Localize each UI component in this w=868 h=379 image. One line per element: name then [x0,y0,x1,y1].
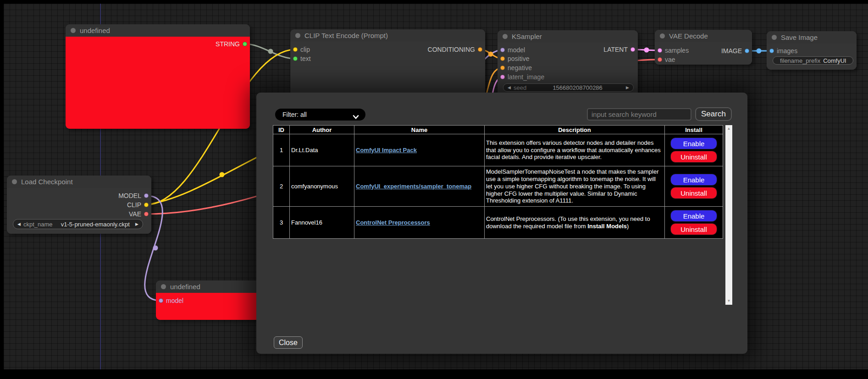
node-collapse-dot-icon[interactable] [660,33,665,38]
LATENT-output-port[interactable] [630,47,635,52]
STRING-output-label: STRING [216,40,240,48]
CLIP-output-port[interactable] [144,203,149,207]
samples-input-port[interactable] [658,48,662,53]
cell-id: 2 [273,166,290,207]
CONDITIONING-output-port[interactable] [478,47,482,52]
node-body: samplesvaeIMAGE [655,42,752,65]
column-header-install: Install [665,126,723,134]
cell-description: ModelSamplerTonemapNoiseTest a node that… [485,166,665,207]
search-button[interactable]: Search [695,107,732,121]
widget-name: seed [514,84,526,91]
extension-row-1: 1Dr.Lt.DataComfyUI Impact PackThis exten… [273,134,723,166]
vae-input-port[interactable] [658,57,662,62]
manager-dialog: Filter: all Search IDAuthorNameDescripti… [256,93,747,354]
enable-button[interactable]: Enable [670,137,717,149]
canvas-edge-top [0,0,868,4]
CLIP-output-label: CLIP [127,201,141,209]
node-collapse-dot-icon[interactable] [161,284,166,289]
node-collapse-dot-icon[interactable] [12,179,17,184]
widget-left-arrow-icon[interactable]: ◀ [508,86,511,90]
negative-input-port[interactable] [500,66,505,70]
node-body: MODELCLIPVAE◀ckpt_namev1-5-pruned-emaonl… [7,188,151,234]
latent_image-input-label: latent_image [508,73,544,81]
enable-button[interactable]: Enable [670,210,717,222]
node-title: CLIP Text Encode (Prompt) [304,32,388,39]
canvas-edge-bottom [0,369,868,379]
widget-right-arrow-icon[interactable]: ▶ [135,222,138,226]
negative-input-label: negative [508,64,532,71]
node-collapse-dot-icon[interactable] [772,35,777,40]
text-input-port[interactable] [293,56,298,61]
cell-description: This extension offers various detector n… [485,134,665,166]
model-input-port[interactable] [159,298,163,303]
search-input[interactable] [587,108,691,121]
node-save-image[interactable]: Save Imageimagesfilename_prefixComfyUI [767,31,857,70]
column-header-name: Name [354,126,485,134]
extension-link[interactable]: ComfyUI_experiments/sampler_tonemap [356,183,471,190]
cell-author: comfyanonymous [290,166,354,207]
STRING-output-port[interactable] [243,42,247,46]
clip-input-port[interactable] [293,47,298,52]
filter-select[interactable]: Filter: all [275,109,365,121]
node-vae-decode[interactable]: VAE DecodesamplesvaeIMAGE [655,30,752,65]
extension-link[interactable]: ComfyUI Impact Pack [356,147,417,154]
extension-link[interactable]: ControlNet Preprocessors [356,219,430,226]
widget-left-arrow-icon[interactable]: ◀ [17,222,21,226]
LATENT-output-label: LATENT [603,46,628,53]
column-header-id: ID [273,126,290,134]
node-title: VAE Decode [669,32,708,40]
widget-right-arrow-icon[interactable]: ▶ [626,86,629,90]
positive-input-label: positive [508,55,529,62]
extension-row-2: 2comfyanonymousComfyUI_experiments/sampl… [273,166,723,207]
uninstall-button[interactable]: Uninstall [670,223,717,235]
scroll-up-icon[interactable]: ▲ [725,126,732,132]
extension-row-3: 3Fannovel16ControlNet PreprocessorsContr… [273,207,723,239]
cell-author: Dr.Lt.Data [290,134,354,166]
filename_prefix-widget[interactable]: filename_prefixComfyUI [773,56,853,65]
seed-widget[interactable]: ◀seed156680208700286▶ [503,83,634,92]
node-title-bar[interactable]: VAE Decode [655,30,752,42]
node-body: STRING [66,37,250,129]
cell-install: EnableUninstall [665,166,723,207]
uninstall-button[interactable]: Uninstall [670,151,717,163]
images-input-label: images [777,47,797,55]
model-input-port[interactable] [500,48,505,52]
close-button[interactable]: Close [274,336,303,349]
enable-button[interactable]: Enable [670,174,717,186]
table-scrollbar[interactable]: ▲ ▼ [725,125,732,305]
scroll-down-icon[interactable]: ▼ [725,298,732,304]
node-title-bar[interactable]: CLIP Text Encode (Prompt) [290,29,485,42]
clip-input-label: clip [300,46,310,53]
column-header-author: Author [290,126,354,134]
ckpt_name-widget[interactable]: ◀ckpt_namev1-5-pruned-emaonly.ckpt▶ [13,219,143,229]
text-input-label: text [300,55,311,62]
node-load-checkpoint[interactable]: Load CheckpointMODELCLIPVAE◀ckpt_namev1-… [7,176,151,234]
node-collapse-dot-icon[interactable] [71,28,76,33]
node-collapse-dot-icon[interactable] [503,34,508,39]
node-title-bar[interactable]: KSampler [498,30,638,43]
cell-install: EnableUninstall [665,134,723,166]
latent_image-input-port[interactable] [500,75,505,79]
node-body: imagesfilename_prefixComfyUI [767,44,857,70]
model-input-label: model [166,297,183,304]
cell-name: ComfyUI Impact Pack [354,134,485,166]
node-title-bar[interactable]: Load Checkpoint [7,176,151,188]
CONDITIONING-output-label: CONDITIONING [428,46,475,53]
extensions-table: IDAuthorNameDescriptionInstall 1Dr.Lt.Da… [273,125,723,239]
column-header-description: Description [485,126,665,134]
IMAGE-output-port[interactable] [745,49,749,53]
node-title-bar[interactable]: undefined [66,24,250,37]
uninstall-button[interactable]: Uninstall [670,187,717,199]
MODEL-output-port[interactable] [144,193,149,198]
cell-id: 3 [273,207,290,239]
VAE-output-port[interactable] [144,212,149,216]
widget-value: ComfyUI [823,57,850,64]
node-title-bar[interactable]: Save Image [767,31,857,44]
node-undefined-top[interactable]: undefinedSTRING [66,24,250,129]
images-input-port[interactable] [769,49,774,53]
model-input-label: model [508,46,525,54]
positive-input-port[interactable] [500,56,505,61]
node-collapse-dot-icon[interactable] [295,33,300,38]
cell-author: Fannovel16 [290,207,354,239]
VAE-output-label: VAE [129,210,141,218]
